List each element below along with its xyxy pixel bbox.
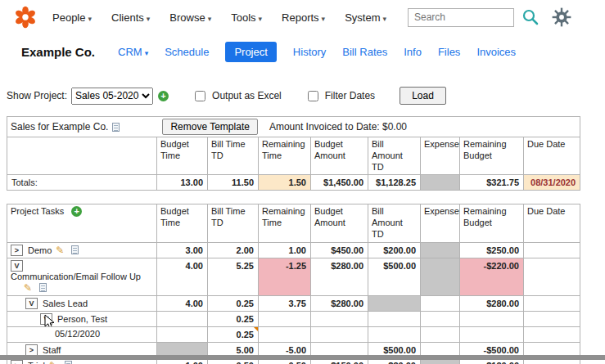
project-tasks-table: Project Tasks Budget Time Bill Time TD R… [7, 204, 580, 364]
task-label[interactable]: Communication/Email Follow Up [11, 272, 141, 281]
task-label[interactable]: Person, Test [57, 314, 107, 324]
horizontal-scrollbar[interactable] [0, 355, 605, 360]
grid-cell[interactable] [460, 326, 524, 342]
note-icon[interactable] [71, 245, 79, 254]
company-tab-bar: Example Co. CRM Schedule Project History… [0, 39, 605, 64]
grid-cell[interactable]: $200.00 [368, 242, 421, 258]
app-logo-icon[interactable] [13, 5, 38, 29]
tab-schedule[interactable]: Schedule [165, 46, 209, 58]
search-input[interactable] [408, 8, 514, 27]
grid-cell[interactable]: 0.25 [208, 295, 259, 311]
nav-menu-clients[interactable]: Clients [111, 11, 150, 24]
grid-cell[interactable] [259, 326, 311, 342]
grid-cell[interactable]: $280.00 [311, 258, 368, 295]
remove-template-button[interactable]: Remove Template [162, 119, 258, 135]
grid-cell[interactable]: -$220.00 [460, 258, 524, 295]
grid-cell[interactable] [524, 242, 580, 258]
edit-pencil-icon[interactable]: ✎ [24, 283, 32, 293]
grid-cell[interactable] [524, 258, 580, 295]
task-row: VCommunication/Email Follow Up✎4.005.25-… [7, 258, 580, 295]
grid-cell[interactable]: $450.00 [311, 242, 368, 258]
grid-cell[interactable] [368, 295, 421, 311]
grid-cell[interactable] [421, 311, 460, 326]
column-header: Remaining Budget [460, 137, 524, 175]
task-row: >Demo✎3.002.001.00$450.00$200.00$250.00 [7, 242, 580, 258]
edit-pencil-icon[interactable]: ✎ [49, 361, 57, 364]
grid-cell[interactable]: 4.00 [157, 258, 208, 295]
task-label[interactable]: Staff [43, 345, 61, 355]
chevron-down-icon [85, 11, 92, 24]
collapse-toggle-icon[interactable]: V [25, 298, 38, 309]
amount-invoiced-text: Amount Invoiced to Date: $0.00 [269, 121, 407, 133]
grid-cell[interactable] [157, 326, 208, 342]
collapse-toggle-icon[interactable]: V [40, 313, 52, 325]
grid-cell[interactable]: 1.00 [259, 242, 311, 258]
expand-toggle-icon[interactable]: > [11, 360, 23, 364]
edit-pencil-icon[interactable]: ✎ [56, 245, 64, 255]
tab-crm[interactable]: CRM [118, 46, 148, 58]
totals-remaining-budget: $321.75 [460, 175, 524, 191]
grid-cell[interactable] [259, 311, 311, 326]
grid-cell[interactable] [421, 242, 460, 258]
chevron-down-icon [142, 46, 149, 58]
grid-cell[interactable] [524, 295, 580, 311]
grid-cell[interactable]: 0.25 [208, 311, 259, 326]
nav-menu-browse[interactable]: Browse [169, 11, 211, 24]
grid-cell[interactable]: $280.00 [460, 295, 524, 311]
collapse-toggle-icon[interactable]: V [11, 260, 23, 272]
grid-cell[interactable] [421, 326, 460, 342]
note-icon[interactable] [112, 123, 120, 132]
column-header: Bill Time TD [208, 137, 259, 175]
grid-cell[interactable] [368, 326, 421, 342]
task-label[interactable]: 05/12/2020 [55, 329, 100, 339]
project-select[interactable]: Sales 05-2020 [71, 88, 153, 105]
search-icon[interactable] [521, 8, 540, 26]
grid-cell[interactable] [157, 311, 208, 326]
grid-cell[interactable]: -1.25 [259, 258, 311, 295]
grid-cell[interactable]: 4.00 [157, 295, 208, 311]
tab-history[interactable]: History [293, 46, 326, 58]
tab-files[interactable]: Files [438, 46, 460, 58]
grid-cell[interactable] [524, 326, 580, 342]
gear-icon[interactable] [551, 7, 572, 28]
output-as-excel-label: Output as Excel [212, 90, 282, 101]
task-label[interactable]: Demo [28, 245, 52, 255]
grid-cell[interactable] [421, 295, 460, 311]
load-button[interactable]: Load [400, 87, 446, 105]
expand-toggle-icon[interactable]: > [11, 245, 23, 256]
nav-menu-reports[interactable]: Reports [282, 11, 325, 24]
grid-cell[interactable]: 5.25 [208, 258, 259, 295]
grid-cell[interactable] [311, 311, 368, 326]
task-label[interactable]: Trial [28, 361, 45, 364]
grid-cell[interactable] [421, 258, 460, 295]
grid-cell[interactable]: $500.00 [368, 258, 421, 295]
nav-menu-tools[interactable]: Tools [231, 11, 262, 24]
output-as-excel-checkbox[interactable] [195, 91, 205, 101]
grid-cell[interactable] [460, 311, 524, 326]
tab-project[interactable]: Project [225, 42, 276, 62]
tab-invoices[interactable]: Invoices [476, 46, 516, 58]
nav-menu-system[interactable]: System [345, 11, 386, 24]
grid-cell[interactable] [311, 326, 368, 342]
grid-cell[interactable] [368, 311, 421, 326]
grid-cell[interactable]: $250.00 [460, 242, 524, 258]
filter-dates-checkbox[interactable] [308, 91, 318, 101]
grid-cell[interactable]: 2.00 [208, 242, 259, 258]
grid-cell[interactable]: 3.00 [157, 242, 208, 258]
nav-menu-people[interactable]: People [52, 11, 92, 24]
grid-cell[interactable]: 3.75 [259, 295, 311, 311]
task-name-cell: VCommunication/Email Follow Up✎ [7, 258, 157, 295]
grid-cell[interactable]: $280.00 [311, 295, 368, 311]
add-task-icon[interactable] [71, 206, 82, 217]
tab-info[interactable]: Info [404, 46, 422, 58]
tab-bill-rates[interactable]: Bill Rates [342, 46, 387, 58]
grid-cell[interactable]: 0.25 [208, 326, 259, 342]
expand-toggle-icon[interactable]: > [25, 344, 38, 356]
grid-cell[interactable] [524, 311, 580, 326]
add-project-icon[interactable] [158, 91, 169, 101]
task-label[interactable]: Sales Lead [43, 299, 88, 308]
column-header: Expenses [421, 137, 460, 175]
mouse-cursor-icon [44, 314, 55, 327]
note-icon[interactable] [39, 283, 47, 292]
note-icon[interactable] [65, 361, 72, 364]
